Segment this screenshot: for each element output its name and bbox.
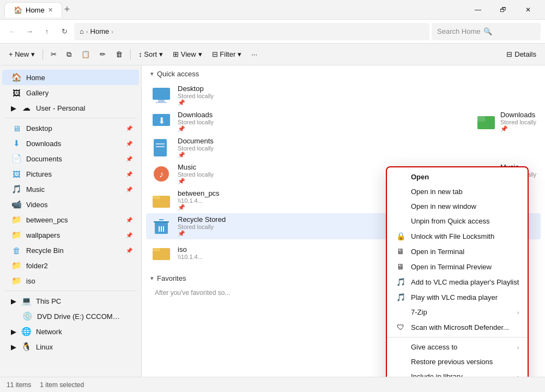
documents-icon: 📄: [11, 154, 22, 164]
pin-icon: 📌: [126, 232, 132, 238]
refresh-button[interactable]: ↻: [57, 24, 72, 39]
file-info: Desktop Stored locally 📌: [178, 85, 536, 106]
ctx-item-open-new-tab[interactable]: Open in new tab: [387, 184, 528, 199]
file-name: Downloads: [178, 111, 470, 119]
ctx-item-open-new-window[interactable]: Open in new window: [387, 199, 528, 214]
file-meta: Stored locally: [178, 93, 536, 99]
search-placeholder: Search Home: [437, 27, 480, 35]
tab-close-button[interactable]: ✕: [48, 7, 53, 14]
sidebar-item-iso[interactable]: 📁 iso: [2, 273, 139, 288]
sidebar-item-label: Network: [36, 328, 62, 336]
network-icon: 🌐: [21, 327, 32, 336]
maximize-button[interactable]: 🗗: [491, 0, 516, 20]
ctx-label: Play with VLC media player: [411, 293, 498, 301]
ctx-item-unpin[interactable]: Unpin from Quick access: [387, 214, 528, 228]
forward-button[interactable]: →: [22, 24, 37, 39]
pin-icon: 📌: [126, 125, 132, 131]
cut-button[interactable]: ✂: [46, 48, 61, 61]
ctx-item-scan-defender[interactable]: 🛡 Scan with Microsoft Defender...: [387, 319, 528, 335]
sidebar-item-documents[interactable]: 📄 Documents 📌: [2, 151, 139, 166]
more-button[interactable]: ···: [247, 48, 262, 61]
sidebar-item-label: Home: [26, 74, 45, 82]
sidebar-item-between-pcs[interactable]: 📁 between_pcs 📌: [2, 212, 139, 227]
recycle-icon: 🗑: [11, 246, 22, 255]
gallery-icon: 🖼: [11, 88, 22, 98]
window-controls: — 🗗 ✕: [465, 0, 541, 20]
sidebar-item-recycle-bin[interactable]: 🗑 Recycle Bin 📌: [2, 243, 139, 258]
arrow-icon: ›: [517, 309, 519, 316]
videos-icon: 📹: [11, 200, 22, 209]
ctx-item-open[interactable]: Open: [387, 170, 528, 184]
sidebar-item-this-pc[interactable]: ▶ 💻 This PC: [2, 293, 139, 309]
sidebar-item-music[interactable]: 🎵 Music 📌: [2, 182, 139, 197]
sidebar-item-label: This PC: [36, 297, 61, 305]
ctx-item-include-library[interactable]: Include in library ›: [387, 369, 528, 377]
sidebar-item-downloads[interactable]: ⬇ Downloads 📌: [2, 136, 139, 151]
new-tab-button[interactable]: +: [64, 4, 70, 15]
ctx-item-play-vlc[interactable]: 🎵 Play with VLC media player: [387, 290, 528, 305]
svg-rect-9: [156, 146, 165, 147]
file-row[interactable]: Documents Stored locally 📌: [146, 135, 541, 161]
file-name: Desktop: [178, 85, 536, 93]
ctx-label: Open in Terminal: [411, 248, 464, 256]
sort-label: ↕ Sort: [138, 50, 157, 58]
expand-icon: ▶: [11, 343, 16, 351]
sidebar-item-folder2[interactable]: 📁 folder2: [2, 258, 139, 273]
ctx-item-unlock-locksmith[interactable]: 🔒 Unlock with File Locksmith: [387, 228, 528, 244]
section-title: Favorites: [157, 274, 186, 282]
sidebar-item-user-personal[interactable]: ▶ ☁ User - Personal: [2, 100, 139, 116]
music-icon: 🎵: [11, 184, 22, 194]
details-button[interactable]: ⊟ Details: [502, 48, 541, 61]
close-button[interactable]: ✕: [516, 0, 541, 20]
sidebar-item-wallpapers[interactable]: 📁 wallpapers 📌: [2, 227, 139, 243]
address-path[interactable]: ⌂ › Home ›: [74, 23, 429, 40]
sidebar-item-home[interactable]: 🏠 Home: [2, 70, 139, 85]
minimize-button[interactable]: —: [465, 0, 491, 20]
ctx-item-give-access[interactable]: Give access to ›: [387, 340, 528, 354]
vlc-icon: 🎵: [396, 278, 405, 286]
sidebar-item-gallery[interactable]: 🖼 Gallery: [2, 85, 139, 100]
vlc-play-icon: 🎵: [396, 293, 405, 301]
ctx-item-open-terminal-preview[interactable]: 🖥 Open in Terminal Preview: [387, 259, 528, 274]
delete-button[interactable]: 🗑: [111, 48, 127, 61]
sidebar-item-linux[interactable]: ▶ 🐧 Linux: [2, 339, 139, 354]
search-icon: 🔍: [483, 27, 492, 35]
new-button[interactable]: + New ▾: [4, 48, 39, 61]
svg-rect-15: [153, 196, 160, 199]
sidebar-item-label: Desktop: [26, 124, 52, 132]
svg-rect-1: [158, 100, 165, 102]
sort-button[interactable]: ↕ Sort ▾: [134, 48, 167, 61]
svg-rect-6: [477, 116, 485, 122]
file-icon-recycle: [150, 215, 172, 237]
arrow-icon: ›: [517, 373, 519, 377]
search-box[interactable]: Search Home 🔍: [432, 23, 541, 40]
selected-count: 1 item selected: [40, 381, 84, 389]
ctx-item-7zip[interactable]: 7-Zip ›: [387, 305, 528, 319]
back-button[interactable]: ←: [4, 24, 20, 39]
up-button[interactable]: ↑: [39, 24, 55, 39]
sidebar-item-videos[interactable]: 📹 Videos: [2, 197, 139, 212]
section-title: Quick access: [157, 70, 199, 78]
rename-button[interactable]: ✏: [95, 48, 110, 61]
sidebar-item-desktop[interactable]: 🖥 Desktop 📌: [2, 120, 139, 136]
sidebar-item-network[interactable]: ▶ 🌐 Network: [2, 324, 139, 339]
pc-icon: 💻: [21, 296, 32, 306]
sidebar-item-dvd-drive[interactable]: 💿 DVD Drive (E:) CCCOMA_X64FRE_EN-US_DV: [2, 309, 139, 324]
file-row[interactable]: ⬇ Downloads Stored locally 📌 Downloads S…: [146, 108, 541, 135]
ctx-item-open-terminal[interactable]: 🖥 Open in Terminal: [387, 244, 528, 259]
status-bar: 11 items 1 item selected: [0, 377, 545, 392]
view-button[interactable]: ⊞ View ▾: [168, 48, 207, 61]
paste-button[interactable]: 📋: [77, 48, 94, 61]
sidebar-item-pictures[interactable]: 🖼 Pictures 📌: [2, 166, 139, 182]
ctx-label: Open in Terminal Preview: [411, 263, 492, 271]
copy-button[interactable]: ⧉: [62, 48, 76, 61]
ctx-item-add-vlc-playlist[interactable]: 🎵 Add to VLC media player's Playlist: [387, 274, 528, 290]
delete-icon: 🗑: [116, 50, 123, 58]
file-row[interactable]: Desktop Stored locally 📌: [146, 82, 541, 108]
ctx-item-restore-versions[interactable]: Restore previous versions: [387, 354, 528, 369]
cloud-icon: ☁: [21, 103, 32, 113]
filter-button[interactable]: ⊟ Filter ▾: [208, 48, 246, 61]
quick-access-header[interactable]: ▾ Quick access: [142, 65, 545, 82]
title-bar: 🏠 Home ✕ + — 🗗 ✕: [0, 0, 545, 20]
active-tab[interactable]: 🏠 Home ✕: [4, 2, 62, 17]
